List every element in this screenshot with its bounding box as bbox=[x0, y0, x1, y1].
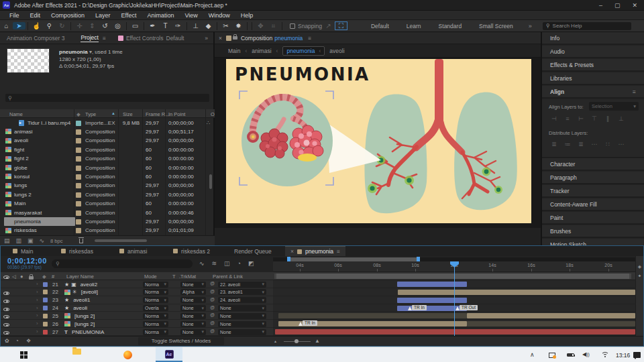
timeline-tab-riskesdas-2[interactable]: riskesdas 2 bbox=[173, 246, 210, 256]
transition-marker[interactable]: TR In bbox=[299, 320, 317, 326]
timeline-tab-riskesdas[interactable]: riskesdas bbox=[61, 246, 93, 256]
camera-tool-icon[interactable]: ◎ bbox=[111, 22, 124, 29]
wifi-icon[interactable] bbox=[601, 352, 609, 358]
breadcrumb-item[interactable]: Main bbox=[228, 48, 240, 54]
project-row[interactable]: globeComposition600:00:00:00 bbox=[0, 164, 215, 172]
item-name[interactable]: fight bbox=[14, 147, 24, 153]
comp-panel-menu-icon[interactable]: ≡ bbox=[303, 35, 317, 42]
menu-effect[interactable]: Effect bbox=[116, 12, 142, 19]
workspace-default[interactable]: Default bbox=[362, 23, 398, 29]
distribute-icon-5[interactable]: ⋯ bbox=[614, 141, 628, 147]
layer-duration-bar[interactable] bbox=[275, 329, 635, 335]
label-color[interactable] bbox=[76, 228, 81, 233]
layer-duration-bar[interactable] bbox=[467, 313, 635, 318]
project-row[interactable]: lungs 2Composition29,970;00;00;00 bbox=[0, 190, 215, 199]
label-color[interactable] bbox=[76, 147, 81, 153]
pickwhip-icon[interactable]: @ bbox=[210, 320, 215, 325]
pickwhip-icon[interactable]: @ bbox=[210, 328, 215, 333]
align-icon-2[interactable]: ⊢ bbox=[574, 115, 588, 122]
distribute-icon-4[interactable]: ∷ bbox=[601, 141, 614, 147]
panel-section-content-aware-fill[interactable]: Content-Aware Fill bbox=[542, 198, 644, 211]
item-name[interactable]: lungs bbox=[14, 182, 27, 188]
breadcrumb-current[interactable]: pneumonia‹ bbox=[282, 46, 325, 56]
visibility-toggle[interactable] bbox=[3, 290, 9, 296]
project-row[interactable]: fight 2Composition600:00:00:00 bbox=[0, 155, 215, 164]
tray-app-icon[interactable] bbox=[549, 353, 555, 358]
pickwhip-icon[interactable]: @ bbox=[210, 297, 215, 302]
motion-blur-icon[interactable]: ◔ bbox=[237, 260, 241, 267]
panel-section-tracker[interactable]: Tracker bbox=[542, 185, 644, 198]
item-name[interactable]: globe bbox=[14, 165, 28, 171]
stamp-tool-icon[interactable]: ⊥ bbox=[189, 22, 202, 29]
mode-dropdown[interactable]: Norma▾ bbox=[143, 313, 168, 319]
notification-center-icon[interactable] bbox=[633, 352, 641, 358]
breadcrumb-item[interactable]: aveoli bbox=[329, 48, 344, 54]
parent-dropdown[interactable]: 22. aveoli▾ bbox=[218, 282, 266, 288]
layer-label-color[interactable] bbox=[43, 298, 48, 302]
mode-dropdown[interactable]: Norma▾ bbox=[143, 289, 168, 295]
expand-arrow-icon[interactable]: › bbox=[36, 320, 38, 326]
layer-name[interactable]: [lungs 2] bbox=[74, 321, 95, 327]
layer-label-color[interactable] bbox=[43, 306, 48, 310]
item-name[interactable]: pneumonia bbox=[14, 219, 41, 225]
trkmat-dropdown[interactable]: None▾ bbox=[180, 282, 206, 288]
project-row[interactable]: riskesdasComposition29,970;01;01;09 bbox=[0, 227, 215, 235]
speaker-icon[interactable]: ◀)) bbox=[582, 351, 590, 357]
help-search-box[interactable]: ⚲ Search Help bbox=[543, 22, 631, 30]
layer-duration-bar[interactable] bbox=[397, 298, 467, 303]
bone-tool-icon[interactable]: ✥ bbox=[254, 22, 267, 29]
panel-section-audio[interactable]: Audio bbox=[542, 46, 644, 58]
project-row[interactable]: MainComposition600:00:00:00 bbox=[0, 200, 215, 208]
new-folder-icon[interactable]: ▥ bbox=[16, 237, 22, 244]
new-composition-icon[interactable]: ▣ bbox=[28, 237, 34, 244]
label-color[interactable] bbox=[76, 192, 81, 198]
pen-tool-icon[interactable]: ✒ bbox=[146, 22, 159, 29]
comp-marker-icon[interactable]: ◈ bbox=[636, 264, 643, 269]
expand-arrow-icon[interactable]: › bbox=[36, 305, 38, 311]
mode-dropdown[interactable]: Norma▾ bbox=[143, 282, 168, 288]
minimize-icon[interactable]: – bbox=[599, 2, 602, 9]
distribute-icon-1[interactable]: ≔ bbox=[561, 141, 574, 147]
home-tool-icon[interactable]: ⌂ bbox=[0, 22, 13, 29]
layer-label-color[interactable] bbox=[43, 290, 48, 294]
eraser-tool-icon[interactable]: ◆ bbox=[202, 22, 215, 29]
label-color[interactable] bbox=[76, 201, 81, 206]
parent-dropdown[interactable]: None▾ bbox=[218, 313, 266, 319]
clock[interactable]: 13:16 bbox=[616, 352, 630, 359]
project-row[interactable]: lungsComposition29,970;00;00;00 bbox=[0, 182, 215, 190]
timeline-tab-main[interactable]: Main bbox=[13, 246, 33, 256]
panel-section-paint[interactable]: Paint bbox=[542, 212, 644, 225]
panel-section-libraries[interactable]: Libraries bbox=[542, 72, 644, 85]
rectangle-tool-icon[interactable]: ▭ bbox=[129, 22, 142, 29]
puppet-pin-tool-icon[interactable]: ✸ bbox=[232, 22, 245, 29]
breadcrumb-item[interactable]: pneumonia bbox=[286, 48, 315, 54]
workspace-small-screen[interactable]: Small Screen bbox=[470, 23, 522, 29]
roto-brush-tool-icon[interactable]: ✂ bbox=[219, 22, 232, 29]
breadcrumb-item[interactable]: animasi bbox=[252, 48, 271, 54]
tab-effect-controls-default[interactable]: Default bbox=[166, 35, 184, 42]
comp-tab-name[interactable]: pneumonia bbox=[274, 35, 303, 42]
label-color[interactable] bbox=[76, 210, 81, 216]
tab-animation-composer[interactable]: Animation Composer 3 bbox=[0, 35, 71, 42]
firefox-icon[interactable] bbox=[123, 351, 132, 359]
frame-blend-master-icon[interactable]: ◔ bbox=[15, 338, 19, 344]
vertical-scrollbar[interactable] bbox=[209, 174, 212, 189]
lock-icon[interactable] bbox=[233, 36, 237, 40]
column-name[interactable]: Name bbox=[9, 111, 23, 117]
project-row[interactable]: fightComposition600:00:00:00 bbox=[0, 145, 215, 154]
trkmat-dropdown[interactable]: None▾ bbox=[180, 313, 206, 319]
pickwhip-icon[interactable]: @ bbox=[210, 305, 215, 310]
trkmat-dropdown[interactable]: None▾ bbox=[180, 305, 206, 311]
project-panel-menu-icon[interactable]: ≡ bbox=[99, 35, 110, 42]
expand-arrow-icon[interactable]: › bbox=[36, 297, 38, 303]
composition-viewer[interactable]: ✹ bbox=[215, 58, 541, 228]
menu-composition[interactable]: Composition bbox=[46, 12, 90, 19]
visibility-toggle[interactable] bbox=[3, 314, 9, 320]
waveform-icon[interactable]: ∿ bbox=[40, 237, 45, 244]
zoom-arrow-icon[interactable]: ↗ bbox=[322, 22, 335, 29]
bone-tool2-icon[interactable]: ⌗ bbox=[267, 22, 280, 30]
composition-mini-flowchart-icon[interactable]: ∿ bbox=[199, 260, 205, 267]
orbit-tool-icon[interactable]: ↻ bbox=[56, 22, 68, 29]
visibility-toggle[interactable] bbox=[3, 306, 9, 312]
rotation-tool-icon[interactable]: ↺ bbox=[99, 22, 111, 29]
